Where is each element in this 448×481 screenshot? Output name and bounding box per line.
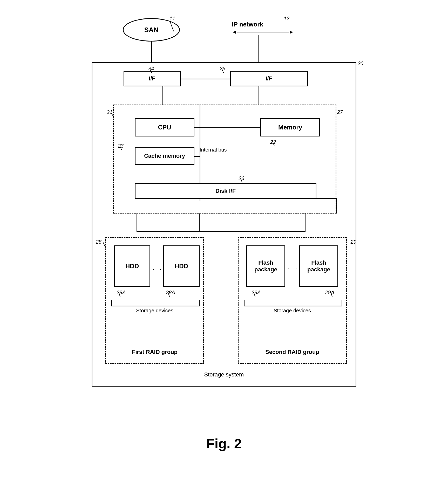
if-left-label: I/F	[149, 75, 155, 82]
figure-label: Fig. 2	[206, 436, 242, 451]
ref-11: 11	[169, 16, 175, 22]
first-storage-devices-label: Storage devices	[106, 308, 203, 314]
ref-12: 12	[284, 16, 289, 22]
first-raid-box: 28 HDD · · · HDD 28A 28A	[105, 237, 204, 364]
disk-if-label: Disk I/F	[215, 188, 236, 194]
second-storage-devices-label: Storage devices	[239, 308, 346, 314]
ref-29: 29	[351, 239, 356, 245]
ctrl-right-horiz	[305, 198, 337, 199]
memory-box: Memory	[260, 118, 320, 136]
bus-to-diskif-line	[200, 165, 200, 184]
diagram: SAN 11 IP network ◄ ► 12 20 I/F I/F	[81, 10, 367, 425]
hdd1-label: HDD	[125, 263, 139, 270]
hdd1-box: HDD	[114, 245, 150, 287]
second-raid-label: Second RAID group	[239, 349, 346, 355]
ctrl-right-line	[336, 198, 337, 214]
flash1-box: Flash package	[246, 245, 285, 287]
line-if-right-down	[259, 86, 259, 107]
storage-system-box: 20 I/F I/F 24 25 21	[92, 62, 356, 387]
cpu-label: CPU	[158, 124, 171, 131]
diskif-right-branch	[305, 214, 306, 232]
diskif-down-line	[199, 214, 200, 232]
ref-28: 28	[96, 239, 101, 245]
disk-if-box: Disk I/F	[135, 183, 316, 199]
first-raid-brace	[111, 300, 200, 306]
ip-network-arrow: ◄ ►	[232, 29, 294, 35]
flash2-label: Flash package	[307, 259, 330, 273]
ip-network-node: IP network	[232, 21, 263, 28]
line-if-left-down	[162, 86, 163, 107]
hdd2-box: HDD	[163, 245, 200, 287]
cpu-box: CPU	[135, 118, 194, 136]
internal-bus-label: Internal bus	[200, 147, 227, 153]
storage-system-label: Storage system	[92, 371, 356, 378]
cache-label: Cache memory	[144, 153, 185, 159]
memory-label: Memory	[278, 124, 302, 131]
san-node: SAN	[123, 18, 180, 42]
flash2-box: Flash package	[299, 245, 338, 287]
second-raid-box: 29 Flash package · · · Flash package 29A…	[238, 237, 347, 364]
if-right-label: I/F	[266, 75, 272, 82]
san-label: SAN	[144, 26, 159, 34]
first-raid-label: First RAID group	[106, 349, 203, 355]
ref-28a1: 28A	[117, 290, 126, 296]
memory-bus-line	[200, 127, 260, 128]
cpu-bus-line	[194, 127, 200, 128]
if-right-box: I/F	[230, 71, 308, 86]
ref-27: 27	[337, 109, 343, 115]
controller-box: 21 CPU Cache memory 23	[113, 105, 336, 214]
cache-box: Cache memory	[135, 147, 194, 165]
cache-bus-line	[194, 156, 200, 157]
diskif-left-branch	[137, 214, 137, 232]
line-ip-to-box	[258, 35, 259, 66]
if-left-box: I/F	[124, 71, 181, 86]
diskif-horiz-line	[137, 231, 305, 232]
line-san-to-box	[151, 41, 152, 66]
ref-29a1: 29A	[252, 290, 261, 296]
hdd2-label: HDD	[175, 263, 188, 270]
ref-28a2: 28A	[166, 290, 175, 296]
ref-20: 20	[358, 60, 363, 66]
if-connect-line	[181, 79, 230, 79]
ip-network-label: IP network	[232, 21, 263, 28]
ref-29a2: 29A	[325, 290, 334, 296]
flash1-label: Flash package	[254, 259, 277, 273]
second-raid-brace	[244, 300, 342, 306]
